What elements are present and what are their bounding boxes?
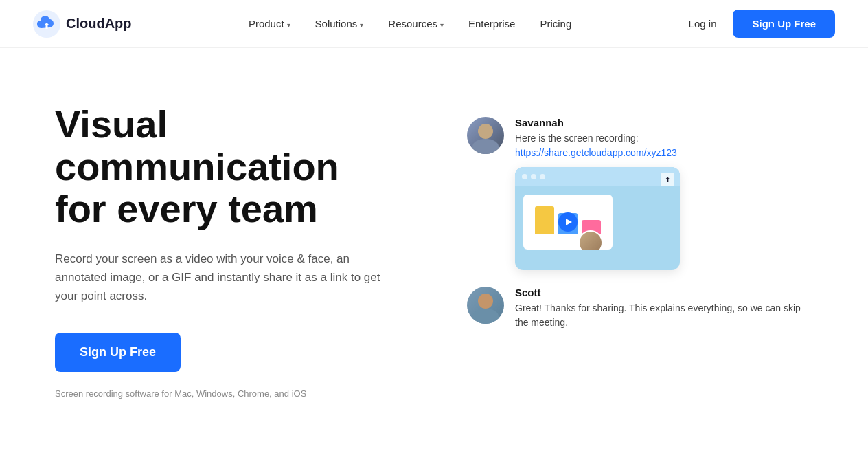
nav-item-pricing[interactable]: Pricing	[540, 18, 571, 30]
chat-link[interactable]: https://share.getcloudapp.com/xyz123	[515, 147, 677, 158]
nav-link-pricing[interactable]: Pricing	[540, 18, 571, 30]
preview-topbar	[515, 167, 680, 186]
chevron-down-icon: ▾	[287, 21, 290, 29]
hero-heading-line2: for every team	[55, 187, 318, 230]
hero-heading: Visual communication for every team	[55, 103, 426, 230]
dot-3	[540, 174, 545, 179]
chat-message-text: Here is the screen recording:	[515, 133, 639, 144]
nav-item-product[interactable]: Product▾	[249, 18, 290, 30]
hero-footnote: Screen recording software for Mac, Windo…	[55, 388, 426, 399]
avatar-savannah	[467, 117, 504, 154]
nav-cta-group: Log in Sign Up Free	[689, 10, 835, 38]
preview-content	[515, 186, 680, 258]
play-button-icon[interactable]	[558, 212, 578, 232]
dot-2	[531, 174, 536, 179]
hero-heading-line1: Visual communication	[55, 102, 339, 188]
chat-text-savannah: Here is the screen recording: https://sh…	[515, 131, 813, 160]
screen-recording-preview: ⬆	[515, 167, 680, 270]
hero-left: Visual communication for every team Reco…	[55, 103, 426, 399]
logo[interactable]: CloudApp	[33, 10, 132, 38]
nav-item-resources[interactable]: Resources▾	[388, 18, 444, 30]
hero-right: Savannah Here is the screen recording: h…	[467, 103, 813, 330]
nav-item-solutions[interactable]: Solutions▾	[315, 18, 364, 30]
sender-savannah: Savannah	[515, 117, 813, 129]
signup-hero-button[interactable]: Sign Up Free	[55, 333, 181, 372]
preview-play-area	[523, 195, 613, 250]
chat-bubble-scott: Scott Great! Thanks for sharing. This ex…	[515, 287, 813, 330]
sender-scott: Scott	[515, 287, 813, 298]
share-icon: ⬆	[661, 173, 674, 186]
nav-link-resources[interactable]: Resources	[388, 18, 437, 30]
chat-text-scott: Great! Thanks for sharing. This explains…	[515, 301, 813, 330]
logo-text: CloudApp	[66, 16, 132, 32]
nav-link-product[interactable]: Product	[249, 18, 284, 30]
avatar-scott	[467, 287, 504, 324]
preview-avatar	[578, 230, 603, 250]
bar-yellow	[535, 206, 554, 234]
hero-section: Visual communication for every team Reco…	[0, 48, 868, 440]
chat-bubble-savannah: Savannah Here is the screen recording: h…	[515, 117, 813, 270]
nav-item-enterprise[interactable]: Enterprise	[468, 18, 515, 30]
chevron-down-icon: ▾	[440, 21, 444, 29]
login-link[interactable]: Log in	[689, 18, 717, 30]
chat-message-scott: Scott Great! Thanks for sharing. This ex…	[467, 287, 813, 330]
play-triangle	[566, 219, 572, 225]
logo-icon	[33, 10, 60, 38]
nav-link-solutions[interactable]: Solutions	[315, 18, 358, 30]
dot-1	[522, 174, 527, 179]
nav-link-enterprise[interactable]: Enterprise	[468, 18, 515, 30]
navbar: CloudApp Product▾ Solutions▾ Resources▾ …	[0, 0, 868, 48]
nav-links: Product▾ Solutions▾ Resources▾ Enterpris…	[249, 18, 571, 30]
signup-nav-button[interactable]: Sign Up Free	[733, 10, 835, 38]
hero-subheading: Record your screen as a video with your …	[55, 250, 385, 306]
chevron-down-icon: ▾	[360, 21, 363, 29]
chat-message-savannah: Savannah Here is the screen recording: h…	[467, 117, 813, 270]
